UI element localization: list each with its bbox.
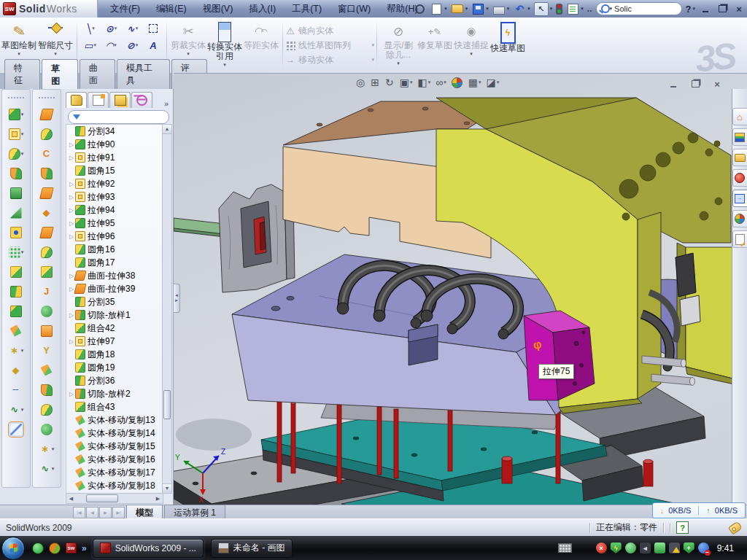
view-tool-button[interactable]: ◪▾ — [486, 77, 499, 88]
view-tool-button[interactable]: ↻ — [385, 77, 395, 88]
ribbon-button[interactable]: 等距实体 — [243, 19, 279, 71]
network-warning-icon[interactable] — [669, 542, 680, 553]
task-pane-tab[interactable] — [732, 149, 747, 166]
task-pane-tab[interactable] — [732, 230, 747, 248]
restore-button[interactable] — [716, 3, 729, 15]
tab-nav-button[interactable]: ◀ — [86, 507, 98, 518]
start-button[interactable] — [1, 537, 25, 560]
surface-tool-button[interactable]: J — [41, 281, 53, 301]
scroll-right-icon[interactable]: ▶ — [153, 496, 163, 502]
taskbar-clock[interactable]: 9:41 — [717, 543, 734, 553]
volume-icon[interactable]: ◄ — [640, 542, 651, 553]
feature-tree-item[interactable]: 实体-移动/复制18 — [66, 479, 163, 492]
feature-tree-item[interactable]: 分割36 — [66, 374, 163, 387]
options-button[interactable] — [566, 3, 579, 15]
doc-restore-button[interactable] — [689, 78, 702, 90]
feature-tool-button[interactable] — [10, 222, 23, 242]
open-button[interactable] — [451, 3, 464, 15]
panel-splitter[interactable]: ◄► — [174, 284, 180, 313]
task-pane-tab[interactable]: ⌂ — [732, 108, 747, 125]
view-tool-button[interactable]: ▣▾ — [400, 77, 413, 88]
rebuild-traffic-light-icon[interactable] — [556, 4, 562, 15]
feature-tree-item[interactable]: 实体-移动/复制15 — [66, 440, 163, 453]
tab-nav-button[interactable]: |◀ — [73, 507, 85, 518]
solidworks-quick-icon[interactable]: SW — [66, 542, 77, 553]
feature-tree-item[interactable]: ▷ 拉伸90 — [66, 138, 163, 151]
surface-tool-button[interactable]: ◆ — [41, 203, 53, 222]
surface-tool-button[interactable]: ∗▾ — [39, 439, 55, 459]
toolbar-overflow[interactable]: .. — [587, 4, 592, 14]
save-button[interactable] — [471, 3, 484, 15]
feature-tree-item[interactable]: ▷ 拉伸96 — [66, 230, 163, 243]
surface-tool-button[interactable]: C — [41, 144, 53, 163]
task-pane-tab[interactable] — [732, 210, 747, 228]
ribbon-button[interactable]: 显示/删除几... ▾ — [380, 19, 417, 71]
tree-vertical-scrollbar[interactable]: ▲ ▼ — [162, 124, 172, 494]
pin-icon[interactable] — [413, 3, 426, 15]
feature-tree-item[interactable]: 实体-移动/复制17 — [66, 466, 163, 479]
feature-tree-item[interactable]: 实体-移动/复制13 — [66, 413, 163, 427]
surface-tool-button[interactable] — [41, 183, 53, 203]
ribbon-button[interactable]: 快速草图 — [489, 19, 526, 71]
feature-tool-button[interactable] — [10, 301, 23, 321]
feature-tool-button[interactable]: ▾ — [9, 124, 24, 144]
scroll-up-icon[interactable]: ▲ — [163, 125, 171, 134]
sketch-tool-button[interactable]: ▭ ▾ — [80, 37, 101, 54]
tag-icon[interactable] — [728, 521, 743, 534]
surface-tool-button[interactable] — [41, 419, 53, 439]
feature-tree-item[interactable]: 分割34 — [66, 125, 163, 138]
expand-arrow-icon[interactable]: ▷ — [68, 181, 75, 187]
messenger-icon[interactable] — [32, 542, 44, 554]
view-tool-button[interactable]: ⊞ — [371, 77, 380, 88]
sketch-tool-button[interactable]: A — [143, 37, 164, 54]
surface-tool-button[interactable] — [41, 104, 53, 124]
surface-tool-button[interactable] — [41, 380, 53, 400]
quick-tips-icon[interactable]: ? — [676, 521, 689, 534]
feature-tool-button[interactable] — [10, 419, 23, 439]
menu-item[interactable]: 工具(T) — [284, 1, 330, 18]
view-tool-button[interactable]: ▦▾ — [468, 77, 481, 88]
sketch-tool-button[interactable] — [143, 20, 164, 37]
task-pane-tab[interactable] — [732, 190, 747, 207]
menu-item[interactable]: 视图(V) — [195, 1, 241, 18]
update-icon[interactable] — [625, 542, 636, 553]
expand-arrow-icon[interactable]: ▷ — [68, 312, 75, 319]
feature-tool-button[interactable] — [10, 281, 23, 301]
panel-overflow-button[interactable]: » — [161, 99, 171, 108]
undo-button[interactable]: ↶ — [513, 3, 526, 15]
feature-tool-button[interactable]: ∿▾ — [9, 400, 24, 419]
ribbon-button[interactable]: 镜向实体 — [285, 25, 374, 37]
doc-minimize-button[interactable] — [667, 78, 680, 90]
feature-tool-button[interactable] — [10, 163, 23, 183]
quick-launch-icon[interactable] — [49, 542, 61, 554]
feature-tree-item[interactable]: ▷ 切除-放样2 — [66, 387, 163, 400]
feature-tree-item[interactable]: ▷ 曲面-拉伸39 — [66, 282, 163, 295]
feature-tool-button[interactable]: ◆ — [10, 360, 23, 380]
tree-horizontal-scrollbar[interactable]: ◀ ▶ — [66, 493, 163, 504]
surface-tool-button[interactable] — [41, 301, 53, 321]
feature-tree-item[interactable]: ▷ 切除-放样1 — [66, 308, 163, 322]
expand-arrow-icon[interactable]: ▷ — [68, 233, 75, 240]
surface-tool-button[interactable]: Y — [41, 341, 53, 360]
security-plus-icon[interactable]: + — [684, 542, 694, 553]
feature-tree-item[interactable]: 实体-移动/复制14 — [66, 427, 163, 440]
close-button[interactable]: × — [732, 3, 746, 15]
minimize-button[interactable] — [699, 3, 712, 15]
tab-configuration-manager[interactable] — [109, 92, 131, 108]
quick-launch-overflow[interactable]: » — [82, 543, 87, 553]
task-pane-tab[interactable] — [732, 128, 747, 146]
feature-tool-button[interactable] — [10, 183, 23, 203]
feature-tree-item[interactable]: ▷ 拉伸91 — [66, 151, 163, 164]
feature-tool-button[interactable]: ▾ — [9, 242, 24, 262]
tab-feature-manager[interactable] — [66, 92, 87, 108]
feature-tree-item[interactable]: ▷ 拉伸93 — [66, 190, 163, 203]
expand-arrow-icon[interactable]: ▷ — [68, 207, 75, 214]
menu-item[interactable]: 文件(F) — [102, 1, 148, 18]
view-tool-button[interactable]: ◧▾ — [417, 77, 430, 88]
view-tool-button[interactable] — [452, 77, 463, 88]
scroll-down-icon[interactable]: ▼ — [163, 483, 171, 493]
feature-tool-button[interactable]: ▾ — [9, 144, 24, 163]
surface-tool-button[interactable] — [41, 124, 53, 144]
graphics-viewport[interactable]: φ Y Z X ◎ — [174, 73, 747, 505]
tab-dimxpert-manager[interactable] — [131, 92, 152, 108]
